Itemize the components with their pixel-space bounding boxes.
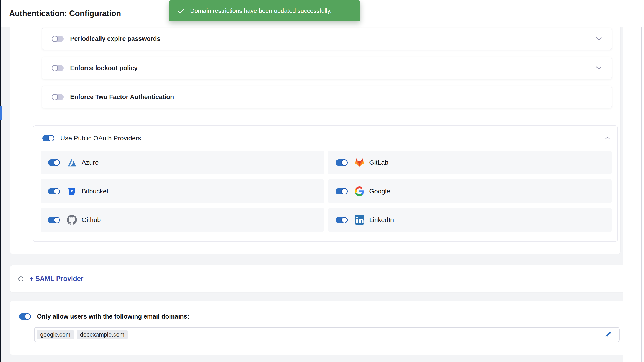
toggle-knob — [54, 159, 60, 166]
domain-tag: docexample.com — [76, 330, 128, 339]
edit-pencil-icon[interactable] — [604, 331, 612, 338]
provider-cell-github: Github — [40, 208, 324, 232]
toggle-knob — [52, 36, 58, 42]
provider-label: Google — [369, 188, 390, 195]
github-icon — [67, 215, 77, 225]
expire-passwords-toggle[interactable] — [52, 36, 64, 42]
domain-tag: google.com — [37, 330, 74, 339]
oauth-provider-grid: Azure GitLab — [40, 150, 612, 232]
toast-message: Domain restrictions have been updated su… — [190, 8, 332, 14]
bitbucket-icon — [67, 186, 77, 196]
azure-toggle[interactable] — [48, 159, 60, 166]
email-domains-input[interactable]: google.com docexample.com — [34, 327, 620, 342]
provider-label: GitLab — [369, 159, 388, 166]
toggle-knob — [52, 65, 58, 71]
setting-row-label: Enforce Two Factor Authentication — [70, 93, 174, 101]
provider-cell-bitbucket: Bitbucket — [40, 179, 324, 203]
setting-row-enforce-lockout-policy: Enforce lockout policy — [42, 57, 612, 79]
linkedin-toggle[interactable] — [336, 217, 348, 223]
toggle-knob — [54, 217, 60, 223]
oauth-providers-section: Use Public OAuth Providers Azure — [33, 125, 618, 242]
oauth-section-header: Use Public OAuth Providers — [33, 126, 617, 150]
oauth-section-label: Use Public OAuth Providers — [60, 134, 141, 142]
toggle-knob — [341, 188, 348, 195]
setting-row-periodically-expire-passwords: Periodically expire passwords — [42, 28, 612, 50]
auth-configuration-page: { "header": { "title": "Authentication: … — [0, 0, 644, 362]
saml-provider-card: + SAML Provider — [10, 265, 625, 292]
provider-cell-google: Google — [328, 179, 612, 203]
toggle-knob — [341, 217, 348, 223]
chevron-down-icon[interactable] — [596, 37, 602, 41]
gitlab-icon — [354, 157, 364, 167]
provider-cell-linkedin: LinkedIn — [328, 208, 612, 232]
provider-cell-gitlab: GitLab — [328, 150, 612, 174]
two-factor-toggle[interactable] — [52, 94, 64, 100]
email-domains-header: Only allow users with the following emai… — [19, 310, 190, 322]
toggle-knob — [52, 94, 58, 100]
toggle-knob — [341, 159, 348, 166]
provider-label: LinkedIn — [369, 216, 394, 224]
use-public-oauth-toggle[interactable] — [42, 135, 54, 141]
page-title: Authentication: Configuration — [9, 9, 121, 18]
email-domains-card: Only allow users with the following emai… — [10, 301, 625, 355]
setting-row-label: Enforce lockout policy — [70, 65, 138, 72]
azure-icon — [67, 157, 77, 167]
right-gutter — [624, 27, 644, 362]
sidebar-active-indicator — [0, 106, 2, 120]
email-domains-label: Only allow users with the following emai… — [37, 313, 190, 320]
setting-row-label: Periodically expire passwords — [70, 35, 160, 42]
provider-cell-azure: Azure — [40, 150, 324, 174]
bitbucket-toggle[interactable] — [48, 188, 60, 195]
lockout-policy-toggle[interactable] — [52, 65, 64, 71]
provider-label: Azure — [82, 159, 98, 166]
gitlab-toggle[interactable] — [336, 159, 348, 166]
sidebar-edge — [0, 0, 1, 362]
setting-row-enforce-two-factor: Enforce Two Factor Authentication — [42, 86, 612, 108]
success-toast: Domain restrictions have been updated su… — [169, 1, 360, 21]
saml-radio-circle[interactable] — [18, 276, 24, 281]
email-domains-toggle[interactable] — [19, 313, 31, 320]
github-toggle[interactable] — [48, 217, 60, 223]
provider-label: Bitbucket — [82, 188, 108, 195]
linkedin-icon — [354, 215, 364, 225]
provider-label: Github — [82, 216, 101, 224]
add-saml-provider-link[interactable]: + SAML Provider — [30, 275, 83, 283]
toggle-knob — [48, 135, 54, 141]
google-icon — [354, 186, 364, 196]
chevron-down-icon[interactable] — [596, 66, 602, 70]
toggle-knob — [24, 313, 31, 320]
check-icon — [178, 8, 185, 14]
right-gutter-divider — [641, 27, 642, 362]
toggle-knob — [54, 188, 60, 195]
chevron-up-icon[interactable] — [604, 136, 611, 140]
google-toggle[interactable] — [336, 188, 348, 195]
